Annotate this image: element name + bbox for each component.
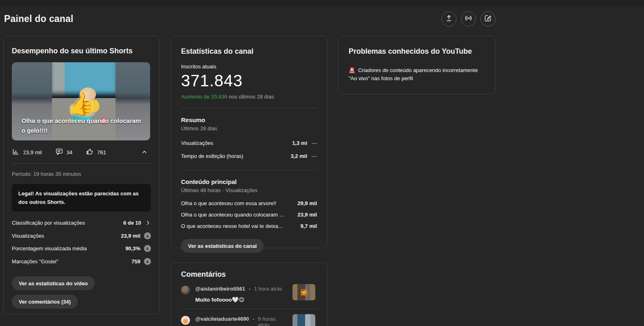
trend-down-icon — [144, 258, 151, 265]
latest-shorts-performance-card: Desempenho do seu último Shorts 👍 Olha o… — [3, 36, 159, 314]
metric-value: 6 de 10 — [123, 220, 141, 226]
top-content-row[interactable]: O que aconteceu nesse hotel vai te deixa… — [181, 220, 317, 232]
metric-value: 90,3% — [125, 245, 140, 252]
comment-video-thumbnail[interactable]: 🙆 — [293, 284, 315, 300]
alert-icon: 🚨 — [349, 67, 355, 73]
known-issue-item[interactable]: 🚨Criadores de conteúdo aparecendo incorr… — [349, 66, 485, 83]
video-overlay-title: Olha o que aconteceu quando colocaram o … — [22, 116, 142, 136]
comment-author[interactable]: @valcileiaduarte4690 — [195, 316, 249, 322]
comments-stat: 34 — [55, 148, 72, 157]
growth-amount: Aumento de 20.836 — [181, 94, 227, 100]
metric-rows: Classificação por visualizações 6 de 10 … — [12, 217, 151, 268]
trend-flat-icon: — — [312, 140, 317, 146]
subscribers-count: 371.843 — [181, 72, 317, 90]
go-live-button[interactable] — [461, 11, 476, 26]
metric-row-likes: Marcações "Gostei" 759 — [12, 255, 151, 268]
edit-icon — [484, 14, 492, 24]
comment-time: 9 horas atrás — [258, 316, 288, 326]
top-content-row[interactable]: Olha o que aconteceu com essa arvore!! 2… — [181, 197, 317, 209]
summary-title: Resumo — [181, 116, 317, 123]
card-title: Comentários — [181, 270, 317, 279]
period-text: Período: 19 horas 35 minutos — [12, 171, 151, 177]
row-label: Visualizações — [181, 140, 213, 146]
header-actions — [441, 11, 496, 26]
create-post-button[interactable] — [480, 11, 496, 26]
video-views: 9,7 mil — [301, 223, 317, 229]
chevron-right-icon — [145, 220, 151, 226]
metric-row-avg-percentage: Porcentagem visualizada média 90,3% — [12, 242, 151, 255]
subscriber-growth: Aumento de 20.836 nos últimos 28 dias — [181, 94, 317, 100]
video-title: O que aconteceu nesse hotel vai te deixa… — [181, 223, 285, 229]
metric-label: Visualizações — [12, 233, 44, 239]
video-stats-row: 23,9 mil 34 761 — [12, 148, 151, 157]
divider — [12, 163, 151, 164]
likes-stat: 761 — [86, 148, 106, 157]
comment-header: @valcileiaduarte4690 • 9 horas atrás — [195, 316, 288, 326]
likes-value: 761 — [97, 149, 106, 155]
summary-row-views: Visualizações 1,3 mi — — [181, 136, 317, 149]
comment-icon — [55, 148, 63, 157]
row-label: Tempo de exibição (horas) — [181, 153, 243, 159]
live-icon — [464, 14, 473, 24]
metric-row-ranking[interactable]: Classificação por visualizações 6 de 10 — [12, 217, 151, 230]
comment-author[interactable]: @aislaniribeiro5561 — [195, 286, 245, 292]
comments-card: Comentários @aislaniribeiro5561 • 1 hora… — [170, 263, 327, 326]
views-value: 23,9 mil — [23, 149, 42, 155]
stats-card-buttons: Ver as estatísticas do canal — [181, 239, 317, 253]
metric-label: Marcações "Gostei" — [12, 258, 58, 265]
summary-rows: Visualizações 1,3 mi — Tempo de exibição… — [181, 136, 317, 162]
video-title: Olha o que aconteceu quando colocaram o … — [181, 212, 285, 218]
divider — [181, 308, 317, 309]
divider — [181, 108, 317, 108]
comment-time: 1 hora atrás — [254, 286, 282, 292]
summary-row-watch-time: Tempo de exibição (horas) 3,2 mil — — [181, 149, 317, 162]
video-views: 29,9 mil — [297, 200, 317, 206]
known-issues-card: Problemas conhecidos do YouTube 🚨Criador… — [338, 36, 496, 94]
trend-down-icon — [144, 245, 151, 252]
subscribers-label: Inscritos atuais — [181, 63, 317, 70]
comment-video-thumbnail[interactable] — [293, 314, 315, 326]
insight-box: Legal! As visualizações estão parecidas … — [12, 184, 151, 212]
comment-item: @aislaniribeiro5561 • 1 hora atrás Muito… — [181, 286, 317, 303]
metric-label: Porcentagem visualizada média — [12, 245, 87, 252]
row-value: 3,2 mil — [291, 153, 307, 159]
shorts-video-thumbnail[interactable]: 👍 Olha o que aconteceu quando colocaram … — [12, 62, 150, 140]
metric-label: Classificação por visualizações — [12, 220, 85, 226]
dot-separator: • — [253, 317, 254, 322]
chevron-up-icon[interactable] — [141, 149, 148, 155]
upload-icon — [445, 14, 453, 24]
row-value: 1,3 mi — [292, 140, 307, 146]
video-stats-button[interactable]: Ver as estatísticas do vídeo — [12, 276, 95, 290]
top-content-subtitle: Últimas 48 horas · Visualizações — [181, 187, 317, 193]
comment-item: @valcileiaduarte4690 • 9 horas atrás — [181, 316, 317, 326]
issue-text: Criadores de conteúdo aparecendo incorre… — [349, 67, 478, 81]
metric-value: 23,9 mil — [121, 233, 140, 239]
top-content-rows: Olha o que aconteceu com essa arvore!! 2… — [181, 197, 317, 232]
thumbs-up-sticker: 👍 — [67, 92, 95, 115]
thumbs-up-icon — [86, 148, 94, 157]
card-title: Estatísticas do canal — [181, 47, 317, 56]
metric-row-views: Visualizações 23,9 mil — [12, 230, 151, 243]
card-title: Desempenho do seu último Shorts — [12, 47, 151, 55]
top-content-row[interactable]: Olha o que aconteceu quando colocaram o … — [181, 209, 317, 220]
video-views: 23,9 mil — [297, 212, 317, 218]
video-title: Olha o que aconteceu com essa arvore!! — [181, 200, 276, 206]
avatar[interactable] — [181, 286, 190, 295]
shorts-card-buttons: Ver as estatísticas do vídeo Ver comentá… — [12, 276, 151, 308]
channel-stats-button[interactable]: Ver as estatísticas do canal — [181, 239, 264, 253]
view-comments-button[interactable]: Ver comentários (34) — [12, 295, 78, 308]
comment-text: Muito fofoooo🤍😊 — [195, 296, 282, 303]
comment-header: @aislaniribeiro5561 • 1 hora atrás — [195, 286, 282, 292]
bar-chart-icon — [12, 148, 20, 157]
summary-subtitle: Últimos 28 dias — [181, 125, 317, 131]
metric-value: 759 — [131, 258, 140, 265]
upload-video-button[interactable] — [441, 11, 456, 26]
page-title: Painel do canal — [4, 13, 73, 24]
channel-stats-card: Estatísticas do canal Inscritos atuais 3… — [170, 36, 327, 248]
avatar[interactable] — [181, 316, 190, 325]
views-stat: 23,9 mil — [12, 148, 42, 157]
trend-down-icon — [144, 232, 151, 239]
comment-body: @aislaniribeiro5561 • 1 hora atrás Muito… — [195, 286, 282, 303]
trend-flat-icon: — — [312, 153, 317, 159]
card-title: Problemas conhecidos do YouTube — [349, 47, 485, 56]
